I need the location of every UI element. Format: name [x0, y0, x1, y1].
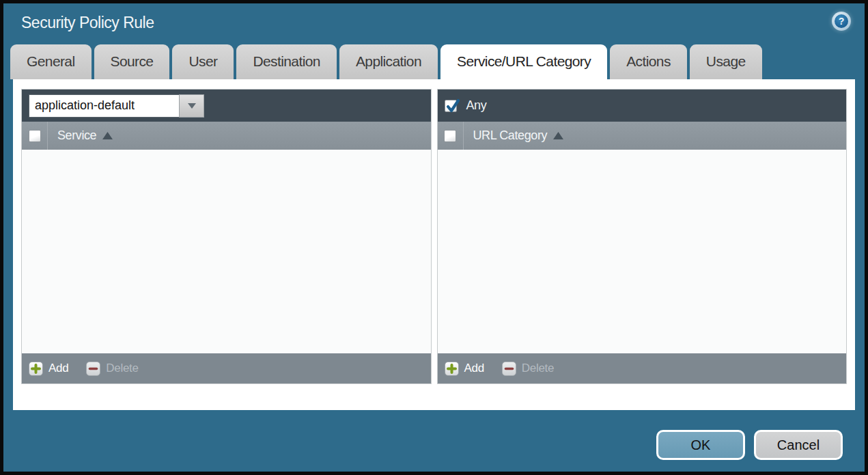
service-select-all-checkbox[interactable] [29, 130, 41, 142]
service-type-combobox [29, 94, 204, 118]
security-policy-rule-dialog: Security Policy Rule ? General Source Us… [0, 0, 868, 475]
dialog-footer: OK Cancel [656, 430, 843, 460]
url-category-add-button[interactable]: Add [445, 362, 484, 376]
tab-general[interactable]: General [10, 44, 92, 79]
delete-label: Delete [522, 362, 554, 375]
delete-minus-icon [502, 362, 516, 376]
checkmark-icon [445, 98, 462, 115]
url-category-panel-footer: Add Delete [438, 353, 847, 383]
tab-bar: General Source User Destination Applicat… [3, 44, 865, 79]
sort-ascending-icon [552, 131, 564, 140]
tab-usage[interactable]: Usage [690, 44, 762, 79]
tab-actions[interactable]: Actions [610, 44, 687, 79]
service-column-header[interactable]: Service [22, 122, 431, 150]
service-add-button[interactable]: Add [29, 362, 68, 376]
any-label: Any [466, 98, 487, 113]
url-category-list-body [438, 150, 847, 353]
service-column-label: Service [57, 128, 96, 143]
help-button[interactable]: ? [832, 12, 851, 31]
tab-application[interactable]: Application [339, 44, 438, 79]
delete-label: Delete [106, 362, 138, 375]
url-category-delete-button[interactable]: Delete [502, 362, 554, 376]
url-category-select-all-cell [438, 122, 464, 150]
add-plus-icon [29, 362, 43, 376]
service-type-dropdown-button[interactable] [179, 94, 204, 118]
cancel-button[interactable]: Cancel [754, 430, 843, 460]
tab-content: Service Add [13, 79, 855, 410]
ok-button[interactable]: OK [656, 430, 745, 460]
help-question-icon: ? [835, 14, 848, 28]
service-panel-footer: Add Delete [22, 353, 431, 383]
url-category-column-header[interactable]: URL Category [438, 122, 847, 150]
add-plus-icon [445, 362, 459, 376]
delete-minus-icon [86, 362, 100, 376]
service-list-body [22, 150, 431, 353]
chevron-down-icon [186, 102, 197, 110]
add-label: Add [464, 362, 484, 375]
service-type-input[interactable] [29, 94, 179, 118]
tab-source[interactable]: Source [94, 44, 170, 79]
url-category-select-all-checkbox[interactable] [444, 130, 456, 142]
url-category-panel: Any URL Category [437, 89, 848, 384]
titlebar: Security Policy Rule ? [3, 3, 865, 44]
tab-service-url-category[interactable]: Service/URL Category [440, 44, 607, 79]
url-category-panel-header: Any [438, 90, 847, 122]
dialog-title: Security Policy Rule [21, 14, 865, 32]
url-category-column-label: URL Category [473, 128, 548, 143]
tab-destination[interactable]: Destination [236, 44, 336, 79]
service-select-all-cell [22, 122, 48, 150]
sort-ascending-icon [102, 131, 113, 140]
add-label: Add [48, 362, 68, 375]
service-delete-button[interactable]: Delete [86, 362, 138, 376]
service-panel-header [22, 90, 431, 122]
any-checkbox[interactable] [445, 100, 457, 112]
tab-user[interactable]: User [172, 44, 234, 79]
service-panel: Service Add [21, 89, 432, 384]
